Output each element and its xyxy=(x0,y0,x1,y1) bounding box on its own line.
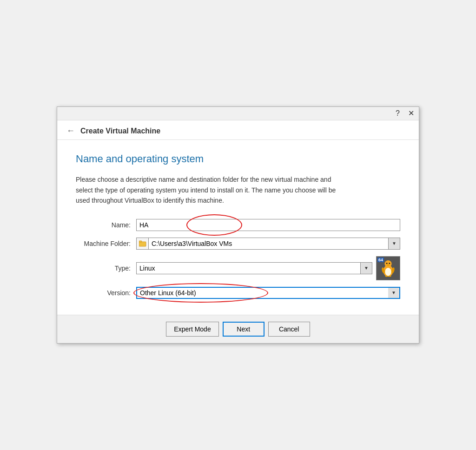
machine-folder-wrap: C:\Users\a3\VirtualBox VMs ▼ xyxy=(136,238,400,250)
version-select-arrow: ▼ xyxy=(388,287,400,299)
help-button[interactable]: ? xyxy=(395,110,401,117)
version-row: Version: Other Linux (64-bit) ▼ xyxy=(76,287,400,299)
svg-point-7 xyxy=(387,264,390,266)
type-select[interactable]: Linux xyxy=(136,262,360,274)
svg-point-4 xyxy=(384,260,391,267)
back-arrow-icon[interactable]: ← xyxy=(66,126,75,136)
name-label: Name: xyxy=(76,221,136,229)
type-select-arrow: ▼ xyxy=(360,262,372,274)
cancel-button[interactable]: Cancel xyxy=(268,322,310,337)
svg-point-9 xyxy=(389,275,391,277)
folder-icon xyxy=(136,238,148,250)
close-button[interactable]: ✕ xyxy=(407,110,415,117)
section-description: Please choose a descriptive name and des… xyxy=(76,174,345,205)
type-row: Type: Linux ▼ 64 xyxy=(76,256,400,280)
name-input[interactable] xyxy=(136,219,400,231)
content-area: Name and operating system Please choose … xyxy=(57,140,419,314)
name-row: Name: xyxy=(76,219,400,231)
version-label: Version: xyxy=(76,289,136,297)
expert-mode-button[interactable]: Expert Mode xyxy=(166,322,218,337)
title-bar: ? ✕ xyxy=(57,107,419,120)
version-select-wrap: Other Linux (64-bit) ▼ xyxy=(136,287,400,299)
svg-rect-1 xyxy=(139,241,142,242)
os-badge: 64 xyxy=(377,258,384,262)
next-button[interactable]: Next xyxy=(223,322,264,337)
svg-point-5 xyxy=(386,263,388,264)
section-title: Name and operating system xyxy=(76,153,400,165)
page-title: Create Virtual Machine xyxy=(80,127,160,135)
type-label: Type: xyxy=(76,265,136,272)
type-select-wrap: Linux ▼ xyxy=(136,262,372,274)
svg-point-3 xyxy=(385,268,391,276)
svg-point-6 xyxy=(389,263,390,264)
os-icon: 64 xyxy=(376,256,400,280)
svg-rect-0 xyxy=(139,242,146,246)
version-select[interactable]: Other Linux (64-bit) xyxy=(136,287,388,299)
machine-folder-select[interactable]: C:\Users\a3\VirtualBox VMs xyxy=(148,238,388,250)
header-nav: ← Create Virtual Machine xyxy=(57,120,419,140)
machine-folder-row: Machine Folder: C:\Users\a3\VirtualBox V… xyxy=(76,238,400,250)
svg-point-8 xyxy=(385,275,388,277)
machine-folder-label: Machine Folder: xyxy=(76,240,136,247)
folder-select-arrow: ▼ xyxy=(388,238,400,250)
create-vm-window: ? ✕ ← Create Virtual Machine Name and op… xyxy=(57,106,419,343)
footer: Expert Mode Next Cancel xyxy=(57,315,419,343)
